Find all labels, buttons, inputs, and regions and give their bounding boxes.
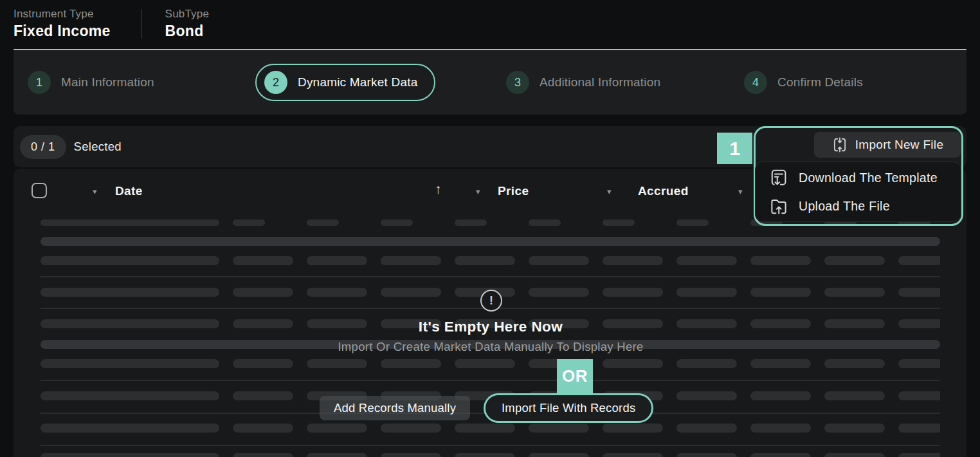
skeleton-pill [529,219,561,226]
skeleton-pill [603,359,663,368]
skeleton-pill [381,453,441,457]
instrument-type-value: Fixed Income [14,23,111,40]
skeleton-pill [676,453,737,457]
skeleton-pill [676,391,737,400]
skeleton-pill [898,391,940,400]
selection-count-badge: 0 / 1 [20,135,66,159]
menu-item-label: Upload The File [799,199,890,214]
menu-item-download-template[interactable]: Download The Template [756,163,961,192]
accrued-column-menu-caret-icon[interactable]: ▾ [607,187,612,196]
skeleton-pill [529,256,589,265]
skeleton-pill [233,288,293,297]
skeleton-pill [381,359,441,368]
skeleton-pill [455,424,515,433]
skeleton-pill [676,424,737,433]
skeleton-pill [233,391,293,400]
skeleton-pill [233,359,293,368]
skeleton-line-row [41,380,940,381]
skeleton-pill [455,219,487,226]
skeleton-pill [381,288,441,297]
skeleton-pill [750,453,811,457]
skeleton-pill [233,219,265,226]
empty-state-title: It's Empty Here Now [419,319,563,335]
skeleton-pill [676,288,737,297]
skeleton-pill [603,319,663,328]
download-template-icon [769,168,788,187]
skeleton-pill [529,424,589,433]
skeleton-pill [750,391,811,400]
skeleton-pill [307,359,367,368]
selection-label: Selected [74,140,122,154]
step-label: Main Information [61,75,154,89]
skeleton-pill [603,453,663,457]
skeleton-pill [307,219,339,226]
step-main-information[interactable]: 1 Main Information [28,71,154,94]
skeleton-pill [898,359,940,368]
skeleton-pill [41,391,219,400]
column-header-date: Date [115,184,143,198]
instrument-type-label: Instrument Type [14,8,111,21]
skeleton-pill [307,424,367,433]
skeleton-pill [381,256,441,265]
skeleton-pill [381,424,441,433]
skeleton-line-row [41,445,940,446]
import-new-file-label: Import New File [855,138,944,152]
step-label: Additional Information [540,75,660,89]
instrument-type-group: Instrument Type Fixed Income [14,8,111,40]
subtype-label: SubType [165,8,210,21]
step-number-badge: 4 [744,71,767,94]
empty-state-subtitle: Import Or Create Market Data Manually To… [338,340,643,354]
menu-item-label: Download The Template [799,171,938,185]
menu-item-upload-file[interactable]: Upload The File [756,192,961,220]
step-number-badge: 1 [28,71,51,94]
skeleton-pill [824,288,885,297]
skeleton-pill [233,453,293,457]
skeleton-pill [307,288,367,297]
skeleton-pill [676,219,709,226]
step-label: Dynamic Market Data [298,75,417,89]
skeleton-pill [824,359,885,368]
hidden-column-menu-caret-icon[interactable]: ▾ [738,187,743,196]
skeleton-pill [233,424,293,433]
skeleton-pill [603,288,663,297]
import-new-file-button[interactable]: Import New File [814,132,961,158]
skeleton-pill [41,424,219,433]
skeleton-pill [603,219,635,226]
skeleton-pill [307,453,367,457]
select-all-checkbox[interactable] [32,183,47,198]
import-dropdown-menu: Download The Template Upload The File [755,162,961,222]
sort-ascending-icon[interactable]: ↑ [435,182,442,197]
skeleton-pill [898,453,940,457]
step-dynamic-market-data[interactable]: 2 Dynamic Market Data [255,64,435,101]
subtype-value: Bond [165,23,210,40]
skeleton-pill [750,288,811,297]
skeleton-pill [41,359,219,368]
skeleton-pill [41,219,219,226]
skeleton-pill [750,359,811,368]
column-header-price: Price [498,184,529,198]
skeleton-pill [381,219,413,226]
skeleton-pill [455,453,515,457]
skeleton-pills-row [41,424,940,433]
skeleton-pill [529,453,589,457]
step-confirm-details[interactable]: 4 Confirm Details [744,71,863,94]
subtype-group: SubType Bond [165,8,210,40]
upload-folder-icon [769,196,788,216]
step-additional-information[interactable]: 3 Additional Information [506,71,660,94]
skeleton-pill [455,359,515,368]
skeleton-pill [824,319,885,328]
import-file-with-records-button[interactable]: Import File With Records [484,393,653,423]
skeleton-pill [529,288,589,297]
skeleton-pill [603,424,663,433]
skeleton-pill [750,424,811,433]
stepper: 1 Main Information 2 Dynamic Market Data… [14,50,966,115]
skeleton-pill [41,288,219,297]
skeleton-pill [41,256,219,265]
price-column-menu-caret-icon[interactable]: ▾ [476,187,480,196]
add-records-manually-button[interactable]: Add Records Manually [320,396,470,420]
skeleton-pill [898,319,940,328]
skeleton-pills-row [41,256,940,265]
date-column-menu-caret-icon[interactable]: ▾ [93,187,97,196]
skeleton-pill [233,256,293,265]
skeleton-pills-row [41,359,940,368]
